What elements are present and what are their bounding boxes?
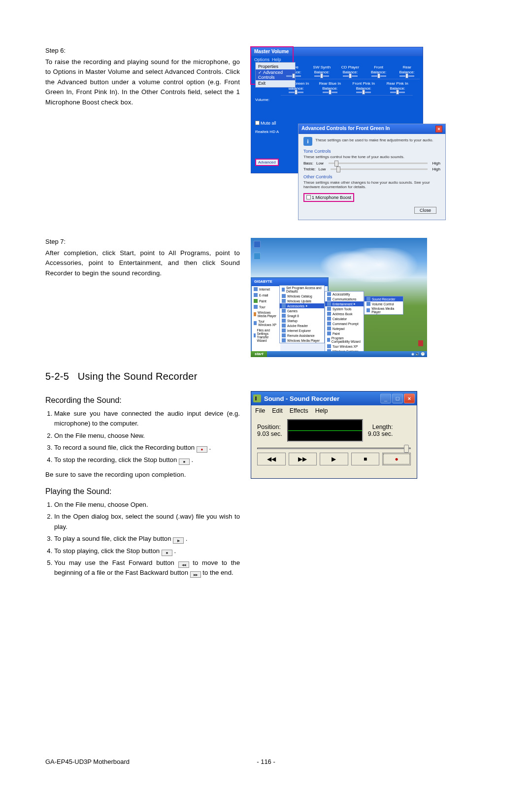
playing-heading: Playing the Sound: [45, 487, 240, 496]
mv-col-rpink: Rear Pink In [382, 81, 413, 86]
other-controls-label: Other Controls [303, 174, 440, 179]
sr-length-value: 9.03 sec. [368, 430, 393, 437]
entertainment-submenu[interactable]: Sound Recorder Volume Control Windows Me… [364, 296, 403, 315]
mv-col-cdplayer: CD Player [337, 65, 363, 69]
step6-text: To raise the recording and playing sound… [45, 57, 240, 107]
recording-tail: Be sure to save the recording upon compl… [45, 470, 240, 480]
mv-col-swsynth: SW Synth [309, 65, 335, 69]
stop-icon [162, 550, 172, 556]
sound-recorder-title: Sound - Sound Recorder [264, 395, 339, 402]
advdlg-intro: These settings can be used to make fine … [315, 138, 433, 142]
advdlg-close-button[interactable]: × [435, 126, 442, 132]
system-tray[interactable]: ◉ 🔊 🕐 [409, 351, 427, 357]
all-programs-submenu[interactable]: Set Program Access and Defaults Windows … [279, 285, 325, 343]
step6-label: Step 6: [45, 47, 240, 54]
sr-menu-file[interactable]: File [255, 407, 265, 414]
sr-position-value: 9.03 sec. [257, 430, 282, 437]
mv-options-dropdown[interactable]: Properties ✓ Advanced Controls Exit [255, 62, 296, 88]
sr-stop-button[interactable]: ■ [351, 453, 380, 465]
info-icon: i [303, 137, 312, 146]
other-desc: These settings make other changes to how… [303, 180, 440, 189]
footer-left: GA-EP45-UD3P Motherboard [45, 758, 130, 765]
sr-menu-help[interactable]: Help [315, 407, 328, 414]
mv-col-rear: Rear [394, 65, 420, 69]
play-icon [173, 537, 184, 544]
treble-slider[interactable] [331, 168, 427, 170]
mv-dd-properties[interactable]: Properties [256, 64, 295, 69]
mv-dd-advanced-controls[interactable]: ✓ Advanced Controls [256, 69, 295, 80]
playing-step-3: To play a sound file, click the Play but… [54, 534, 240, 544]
advanced-button[interactable]: Advanced [255, 159, 279, 166]
start-item[interactable]: Tour Windows XP [252, 319, 280, 328]
sr-waveform [287, 419, 363, 442]
fast-backward-icon [190, 571, 201, 578]
playing-step-4: To stop playing, click the Stop button . [54, 546, 240, 556]
stop-icon [179, 459, 190, 465]
recording-step-4: To stop the recording, click the Stop bu… [54, 455, 240, 465]
close-button[interactable]: × [404, 394, 415, 403]
master-volume-screenshot: Master Volume Options Help Properties ✓ … [251, 47, 428, 224]
sr-menu-effects[interactable]: Effects [290, 407, 308, 414]
playing-step-1: On the File menu, choose Open. [54, 500, 240, 510]
sr-rewind-button[interactable]: ◀◀ [257, 453, 286, 465]
mv-device-label: Realtek HD A [255, 130, 282, 134]
mv-col-fpink: Front Pink In [348, 81, 379, 86]
sr-position-slider[interactable] [257, 446, 411, 451]
tray-icon[interactable] [418, 340, 423, 346]
start-item[interactable]: Internet [252, 286, 280, 292]
sound-recorder-icon [253, 395, 261, 402]
mv-col-rblue: Rear Blue In [315, 81, 346, 86]
sound-recorder-window: Sound - Sound Recorder _ □ × File Edit E… [251, 391, 417, 479]
mv-volume-label: Volume: [255, 98, 282, 102]
taskbar[interactable]: start ◉ 🔊 🕐 [251, 351, 427, 357]
sr-play-button[interactable]: ▶ [320, 453, 348, 465]
sr-menu-edit[interactable]: Edit [272, 407, 283, 414]
minimize-button[interactable]: _ [380, 394, 391, 403]
start-item[interactable]: E-mail [252, 292, 280, 298]
start-button[interactable]: start [251, 351, 267, 357]
accessories-item[interactable]: Accessories ▸ [280, 303, 324, 308]
desktop-screenshot: GIGABYTE Internet E-mail Paint Tour Wind… [251, 238, 427, 357]
footer-page-number: - 116 - [257, 758, 275, 765]
start-item[interactable]: Tour [252, 304, 280, 310]
advanced-controls-dialog: Advanced Controls for Front Green In× iT… [298, 124, 446, 220]
accessories-submenu[interactable]: Accessibility Communications Entertainme… [325, 291, 364, 357]
sound-recorder-item[interactable]: Sound Recorder [365, 296, 403, 301]
start-item[interactable]: Paint [252, 298, 280, 304]
tone-controls-label: Tone Controls [303, 149, 440, 154]
desktop-icon[interactable] [254, 253, 261, 260]
start-item[interactable]: Files and Settings Transfer Wizard [252, 328, 280, 343]
advdlg-title: Advanced Controls for Front Green In [301, 126, 390, 132]
record-icon [197, 446, 207, 453]
step7-text: After completion, click Start, point to … [45, 248, 240, 278]
desktop-icon[interactable] [254, 241, 261, 248]
mic-boost-checkbox[interactable]: 1 Microphone Boost [303, 193, 354, 202]
bass-slider[interactable] [329, 163, 428, 164]
sr-forward-button[interactable]: ▶▶ [289, 453, 317, 465]
bass-label: Bass: [303, 161, 313, 165]
section-5-2-5-heading: 5-2-5 Using the Sound Recorder [45, 371, 487, 382]
recording-step-1: Make sure you have connected the audio i… [54, 409, 240, 429]
step7-label: Step 7: [45, 238, 240, 245]
playing-step-2: In the Open dialog box, select the sound… [54, 512, 240, 532]
entertainment-item[interactable]: Entertainment ▸ [325, 301, 364, 306]
maximize-button[interactable]: □ [392, 394, 403, 403]
mv-mute-all: Mute all [261, 121, 276, 126]
recording-step-2: On the File menu, choose New. [54, 431, 240, 441]
playing-step-5: You may use the Fast Forward button to m… [54, 558, 240, 578]
recording-step-3: To record a sound file, click the Record… [54, 443, 240, 453]
advdlg-close[interactable]: Close [414, 207, 436, 214]
sr-record-button[interactable]: ● [382, 453, 411, 465]
tone-desc: These settings control how the tone of y… [303, 155, 440, 159]
fast-forward-icon [178, 561, 189, 568]
mv-dd-exit[interactable]: Exit [256, 80, 295, 86]
mv-col-front: Front [366, 65, 392, 69]
treble-label: Treble: [303, 167, 316, 171]
recording-heading: Recording the Sound: [45, 396, 240, 405]
sr-length-label: Length: [368, 424, 393, 430]
mute-all-checkbox[interactable] [255, 121, 260, 125]
sr-position-label: Position: [257, 424, 282, 430]
start-item[interactable]: Windows Media Player [252, 310, 280, 319]
